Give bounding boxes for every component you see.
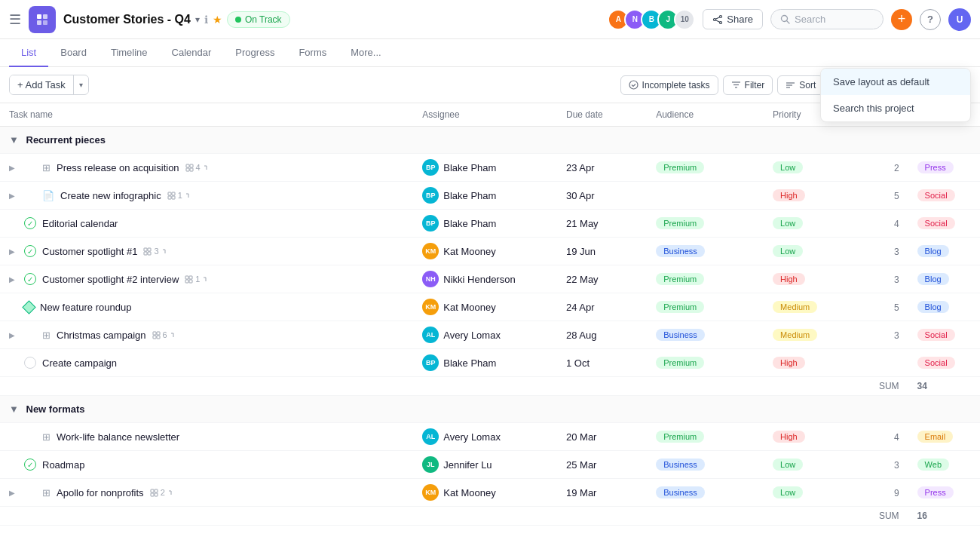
table-row[interactable]: ▶ ⊞ Christmas campaign 6 AL Avery Lomax …	[0, 321, 980, 349]
tag-badge: Web	[917, 459, 949, 471]
section-header-cell: ▼ Recurrent pieces	[0, 127, 980, 154]
new-item-button[interactable]: +	[891, 9, 912, 30]
priority-badge: Low	[773, 486, 803, 498]
tab-timeline[interactable]: Timeline	[99, 39, 160, 67]
assignee-avatar: NH	[422, 271, 439, 287]
expand-icon[interactable]: ▶	[9, 275, 18, 284]
nav-tabs: List Board Timeline Calendar Progress Fo…	[0, 39, 980, 67]
hamburger-menu[interactable]: ☰	[9, 11, 21, 28]
help-button[interactable]: ?	[920, 9, 941, 30]
section-name: New formats	[26, 403, 85, 415]
sort-button[interactable]: Sort	[777, 75, 824, 95]
svg-rect-37	[185, 280, 188, 283]
section-toggle-icon[interactable]: ▼	[9, 403, 19, 415]
user-avatar[interactable]: U	[948, 8, 971, 31]
assignee-avatar: JL	[422, 456, 439, 473]
search-box[interactable]: Search	[770, 9, 884, 29]
task-link[interactable]: Press release on acquisition	[57, 162, 179, 173]
status-done-icon: ✓	[24, 245, 36, 257]
assignee-name: Blake Pham	[443, 162, 496, 173]
task-name-cell: ▶ ✓ Roadmap	[0, 451, 413, 479]
share-button[interactable]: Share	[703, 9, 763, 29]
svg-rect-32	[148, 248, 151, 251]
tab-more[interactable]: More...	[338, 39, 393, 67]
task-link[interactable]: Work-life balance newsletter	[57, 431, 179, 443]
tag-badge: Social	[917, 189, 955, 201]
subtask-count: 4	[185, 163, 210, 172]
table-row[interactable]: ▶ Create campaign BP Blake Pham 1 Oct Pr…	[0, 349, 980, 377]
assignee-cell: JL Jennifer Lu	[413, 451, 557, 479]
tag-badge: Blog	[917, 245, 949, 257]
tag-badge: Blog	[917, 301, 949, 313]
assignee-cell: BP Blake Pham	[413, 182, 557, 210]
expand-icon[interactable]: ▶	[9, 331, 18, 339]
info-icon[interactable]: ℹ	[204, 14, 208, 26]
tab-calendar[interactable]: Calendar	[160, 39, 224, 67]
tab-progress[interactable]: Progress	[223, 39, 286, 67]
priority-badge: High	[773, 273, 805, 285]
table-row[interactable]: ▶ ✓ Editorial calendar BP Blake Pham 21 …	[0, 210, 980, 238]
svg-rect-30	[172, 196, 175, 199]
assignee-name: Kat Mooney	[443, 487, 495, 498]
tab-list[interactable]: List	[9, 39, 48, 67]
table-row[interactable]: ▶ ✓ Roadmap JL Jennifer Lu 25 Mar Busine…	[0, 451, 980, 479]
assignee-avatar: BP	[422, 159, 439, 176]
tag-cell: Social	[908, 349, 980, 377]
task-link[interactable]: Roadmap	[42, 459, 84, 471]
table-row[interactable]: ▶ ✓ Customer spotlight #2 interview 1 NH…	[0, 265, 980, 293]
num-cell: 2	[862, 154, 908, 182]
tag-badge: Blog	[917, 273, 949, 285]
project-dropdown-icon[interactable]: ▾	[195, 14, 200, 25]
app-icon	[29, 6, 56, 33]
table-row[interactable]: ▶ ⊞ Press release on acquisition 4 BP Bl…	[0, 154, 980, 182]
expand-icon[interactable]: ▶	[9, 192, 18, 200]
tag-cell: Social	[908, 182, 980, 210]
due-date-cell: 25 Mar	[557, 451, 647, 479]
task-link[interactable]: Editorial calendar	[42, 218, 118, 229]
expand-icon[interactable]: ▶	[9, 489, 18, 497]
table-row[interactable]: ▶ New feature roundup KM Kat Mooney 24 A…	[0, 293, 980, 321]
svg-rect-38	[189, 280, 192, 283]
due-date-cell: 21 May	[557, 210, 647, 238]
task-link[interactable]: Create new infographic	[60, 190, 161, 201]
svg-rect-28	[172, 192, 175, 195]
add-task-chevron-icon[interactable]: ▾	[74, 77, 88, 93]
table-row[interactable]: ▶ 📄 Create new infographic 1 BP Blake Ph…	[0, 182, 980, 210]
add-task-button[interactable]: + Add Task ▾	[9, 75, 89, 95]
incomplete-tasks-button[interactable]: Incomplete tasks	[620, 75, 718, 95]
table-row[interactable]: ▶ ⊞ Apollo for nonprofits 2 KM Kat Moone…	[0, 479, 980, 507]
table-container[interactable]: Task name Assignee Due date Audience Pri…	[0, 103, 980, 547]
priority-cell: Low	[764, 154, 862, 182]
priority-badge: Low	[773, 245, 803, 257]
task-link[interactable]: Create campaign	[42, 357, 117, 369]
audience-badge: Premium	[656, 357, 704, 369]
task-link[interactable]: New feature roundup	[40, 302, 131, 313]
tab-forms[interactable]: Forms	[286, 39, 338, 67]
task-link[interactable]: Apollo for nonprofits	[57, 487, 144, 498]
audience-badge: Premium	[656, 301, 704, 313]
status-circle-icon	[24, 357, 36, 369]
star-icon[interactable]: ★	[213, 14, 222, 26]
sum-row: SUM 34	[0, 377, 980, 396]
filter-button[interactable]: Filter	[723, 75, 773, 95]
search-project-item[interactable]: Search this project	[821, 95, 970, 121]
table-row[interactable]: ▶ ⊞ Work-life balance newsletter AL Aver…	[0, 423, 980, 451]
expand-icon[interactable]: ▶	[9, 247, 18, 256]
table-row[interactable]: ▶ ✓ Customer spotlight #1 3 KM Kat Moone…	[0, 238, 980, 265]
task-num: 3	[894, 274, 899, 285]
tag-badge: Social	[917, 217, 955, 229]
tab-board[interactable]: Board	[48, 39, 99, 67]
save-layout-item[interactable]: Save layout as default	[821, 69, 970, 95]
num-cell: 5	[862, 293, 908, 321]
avatar-count[interactable]: 10	[674, 9, 695, 30]
audience-cell: Premium	[647, 154, 764, 182]
add-task-main[interactable]: + Add Task	[10, 75, 74, 94]
svg-rect-43	[151, 489, 154, 492]
expand-icon[interactable]: ▶	[9, 164, 18, 172]
assignee-name: Blake Pham	[443, 218, 496, 229]
task-link[interactable]: Customer spotlight #1	[42, 246, 137, 257]
section-toggle-icon[interactable]: ▼	[9, 134, 19, 146]
task-link[interactable]: Customer spotlight #2 interview	[42, 274, 179, 285]
svg-line-7	[716, 17, 720, 18]
task-link[interactable]: Christmas campaign	[57, 330, 146, 341]
